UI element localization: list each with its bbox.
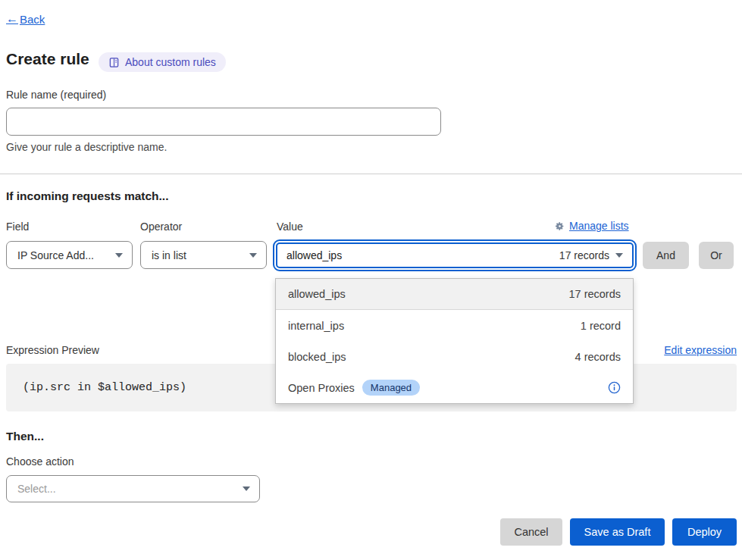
rule-name-help-text: Give your rule a descriptive name.: [6, 141, 167, 153]
option-records: 4 records: [575, 351, 621, 363]
field-select-value: IP Source Add...: [17, 249, 109, 261]
or-button[interactable]: Or: [699, 242, 734, 269]
page-title: Create rule: [6, 50, 89, 68]
value-label: Value: [277, 221, 303, 233]
option-name: blocked_ips: [288, 351, 346, 363]
about-custom-rules-link[interactable]: About custom rules: [99, 52, 226, 72]
value-select-records: 17 records: [559, 249, 609, 261]
dropdown-option-blocked-ips[interactable]: blocked_ips 4 records: [276, 341, 633, 372]
operator-select-value: is in list: [152, 249, 243, 261]
managed-badge: Managed: [362, 380, 420, 396]
back-label: Back: [20, 13, 45, 26]
match-section-heading: If incoming requests match...: [6, 189, 168, 203]
chevron-down-icon: [249, 253, 257, 258]
deploy-button[interactable]: Deploy: [672, 518, 737, 546]
rule-name-input[interactable]: [6, 108, 441, 136]
chevron-down-icon: [615, 253, 623, 258]
action-select[interactable]: Select...: [6, 475, 260, 502]
field-select[interactable]: IP Source Add...: [6, 241, 133, 269]
option-name: allowed_ips: [288, 288, 346, 300]
value-select-value: allowed_ips: [286, 249, 342, 261]
edit-expression-link[interactable]: Edit expression: [664, 344, 737, 356]
save-as-draft-button[interactable]: Save as Draft: [570, 518, 665, 546]
option-records: 17 records: [568, 288, 621, 300]
dropdown-option-allowed-ips[interactable]: allowed_ips 17 records: [276, 279, 633, 310]
cancel-button[interactable]: Cancel: [500, 518, 562, 546]
field-label: Field: [6, 221, 29, 233]
chevron-down-icon: [115, 253, 123, 258]
expression-code: (ip.src in $allowed_ips): [23, 381, 186, 394]
book-icon: [108, 57, 120, 68]
expression-preview-label: Expression Preview: [6, 344, 99, 356]
operator-select[interactable]: is in list: [140, 241, 267, 269]
manage-lists-label: Manage lists: [569, 220, 629, 232]
rule-name-label: Rule name (required): [6, 89, 106, 101]
choose-action-label: Choose action: [6, 455, 74, 468]
back-arrow-icon: ←: [6, 12, 18, 26]
value-select[interactable]: allowed_ips 17 records: [273, 239, 637, 271]
back-link[interactable]: ←Back: [6, 12, 45, 26]
dropdown-option-open-proxies[interactable]: Open Proxies Managed: [276, 372, 633, 403]
option-name: Open Proxies: [288, 382, 355, 394]
option-records: 1 record: [581, 320, 621, 332]
info-icon[interactable]: [608, 381, 621, 394]
gear-icon: [555, 221, 565, 231]
about-custom-rules-label: About custom rules: [125, 56, 216, 68]
dropdown-option-internal-ips[interactable]: internal_ips 1 record: [276, 310, 633, 341]
action-select-placeholder: Select...: [17, 483, 236, 495]
value-dropdown-panel: allowed_ips 17 records internal_ips 1 re…: [275, 278, 634, 404]
manage-lists-link[interactable]: Manage lists: [555, 220, 629, 232]
option-name: internal_ips: [288, 320, 344, 332]
and-button[interactable]: And: [643, 242, 689, 269]
operator-label: Operator: [140, 221, 182, 233]
section-divider: [0, 174, 742, 174]
chevron-down-icon: [243, 486, 250, 491]
then-section-heading: Then...: [6, 430, 44, 443]
